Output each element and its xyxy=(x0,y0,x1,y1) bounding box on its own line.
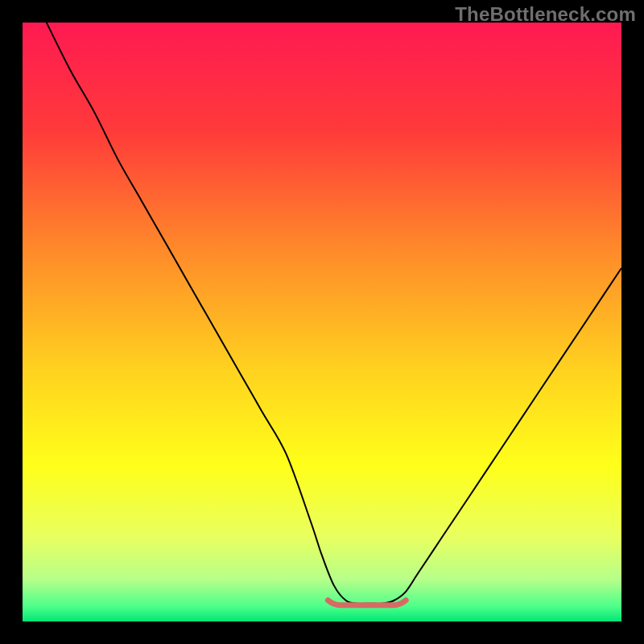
gradient-background xyxy=(23,23,621,621)
bottleneck-chart xyxy=(23,23,621,621)
chart-frame: TheBottleneck.com xyxy=(0,0,644,644)
watermark-text: TheBottleneck.com xyxy=(455,3,636,26)
